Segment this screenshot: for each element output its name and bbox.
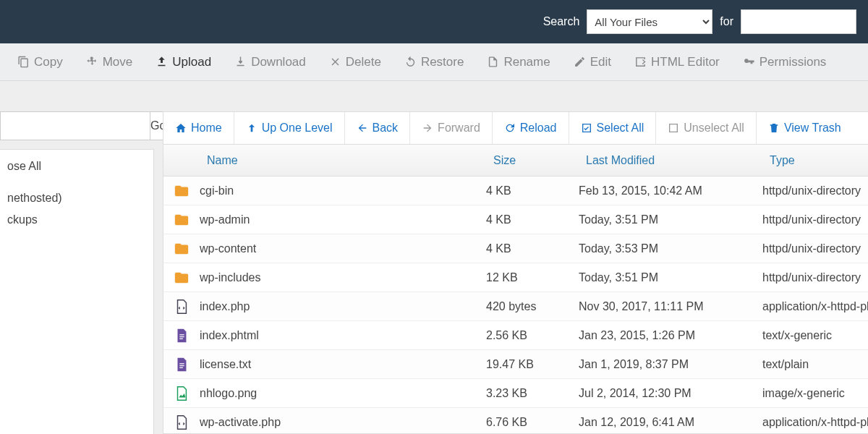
up-label: Up One Level [262,122,333,135]
unselect-all-label: Unselect All [684,122,744,135]
move-button[interactable]: Move [76,51,143,74]
upload-button[interactable]: Upload [145,51,221,74]
reload-button[interactable]: Reload [493,112,569,144]
table-header: Name Size Last Modified Type [163,145,868,176]
table-row[interactable]: index.php420 bytesNov 30, 2017, 11:11 PM… [163,292,868,321]
doc-icon [174,328,190,344]
doc-icon [174,357,190,373]
delete-label: Delete [346,55,381,69]
file-icon [487,56,499,68]
table-row[interactable]: index.phtml2.56 KBJan 23, 2015, 1:26 PMt… [163,321,868,350]
view-trash-label: View Trash [784,122,841,135]
file-name: index.phtml [200,329,486,342]
up-one-level-button[interactable]: Up One Level [234,112,344,144]
delete-button[interactable]: Delete [319,51,391,74]
reload-label: Reload [520,122,557,135]
pencil-icon [574,56,586,68]
file-type: httpd/unix-directory [762,184,868,197]
for-label: for [720,15,733,28]
tree-item-collapse-all[interactable]: ose All [0,156,153,177]
permissions-label: Permissions [760,55,827,69]
table-row[interactable]: wp-includes12 KBToday, 3:51 PMhttpd/unix… [163,263,868,292]
file-size: 4 KB [486,242,579,255]
sidebar: Go ose All nethosted) ckups [0,81,154,434]
file-navbar: Home Up One Level Back Forward Reload Se… [163,111,868,145]
move-label: Move [103,55,133,69]
file-modified: Today, 3:51 PM [579,271,762,284]
home-label: Home [191,122,222,135]
copy-icon [17,56,30,68]
file-modified: Today, 3:51 PM [579,213,762,226]
col-size-header[interactable]: Size [486,154,579,167]
file-name: license.txt [200,358,486,371]
table-row[interactable]: wp-admin4 KBToday, 3:51 PMhttpd/unix-dir… [163,205,868,234]
html-editor-button[interactable]: HTML Editor [624,51,730,74]
home-icon [175,122,187,134]
back-button[interactable]: Back [345,112,410,144]
table-row[interactable]: license.txt19.47 KBJan 1, 2019, 8:37 PMt… [163,350,868,379]
forward-button[interactable]: Forward [410,112,492,144]
file-size: 6.76 KB [486,416,579,429]
copy-button[interactable]: Copy [7,51,73,74]
file-name: wp-content [200,242,486,255]
img-icon [174,386,190,401]
tree-item[interactable]: nethosted) [0,187,153,209]
restore-icon [404,56,417,68]
file-modified: Jan 12, 2019, 6:41 AM [579,416,762,429]
php-icon [174,414,190,430]
file-type: httpd/unix-directory [762,271,868,284]
file-size: 19.47 KB [486,358,579,371]
file-name: nhlogo.png [200,387,486,400]
file-size: 4 KB [486,184,579,197]
file-modified: Feb 13, 2015, 10:42 AM [579,184,762,197]
download-button[interactable]: Download [224,51,316,74]
php-icon [174,299,190,315]
file-table: Name Size Last Modified Type cgi-bin4 KB… [163,145,868,434]
table-row[interactable]: wp-activate.php6.76 KBJan 12, 2019, 6:41… [163,408,868,434]
permissions-button[interactable]: Permissions [733,51,837,74]
file-size: 420 bytes [486,300,579,313]
path-input[interactable] [0,111,150,140]
file-name: wp-admin [200,213,486,226]
unselect-all-button[interactable]: Unselect All [656,112,756,144]
view-trash-button[interactable]: View Trash [757,112,853,144]
file-modified: Nov 30, 2017, 11:11 PM [579,300,762,313]
file-type: httpd/unix-directory [762,242,868,255]
forward-label: Forward [438,122,480,135]
header-bar: Search All Your Files for [0,0,868,43]
folder-icon [174,183,190,199]
table-row[interactable]: cgi-bin4 KBFeb 13, 2015, 10:42 AMhttpd/u… [163,176,868,205]
col-name-header[interactable]: Name [200,154,486,167]
col-type-header[interactable]: Type [762,154,868,167]
folder-icon [174,241,190,257]
delete-icon [329,56,341,68]
upload-icon [156,56,168,68]
file-size: 12 KB [486,271,579,284]
html-icon [634,56,647,68]
back-label: Back [373,122,399,135]
table-row[interactable]: nhlogo.png3.23 KBJul 2, 2014, 12:30 PMim… [163,379,868,408]
file-type: httpd/unix-directory [762,213,868,226]
edit-button[interactable]: Edit [563,51,621,74]
file-type: text/x-generic [762,329,868,342]
folder-icon [174,270,190,286]
reload-icon [504,122,516,134]
select-all-button[interactable]: Select All [569,112,656,144]
file-size: 2.56 KB [486,329,579,342]
download-label: Download [251,55,306,69]
restore-button[interactable]: Restore [394,51,475,74]
home-button[interactable]: Home [163,112,234,144]
search-label: Search [543,15,580,28]
tree-item[interactable]: ckups [0,209,153,231]
rename-button[interactable]: Rename [477,51,560,74]
copy-label: Copy [34,55,63,69]
file-name: wp-activate.php [200,416,486,429]
col-modified-header[interactable]: Last Modified [579,154,762,167]
search-scope-select[interactable]: All Your Files [587,9,712,34]
file-modified: Jan 23, 2015, 1:26 PM [579,329,762,342]
search-input[interactable] [741,9,856,34]
file-name: cgi-bin [200,184,486,197]
file-modified: Jan 1, 2019, 8:37 PM [579,358,762,371]
select-all-label: Select All [597,122,644,135]
table-row[interactable]: wp-content4 KBToday, 3:53 PMhttpd/unix-d… [163,234,868,263]
